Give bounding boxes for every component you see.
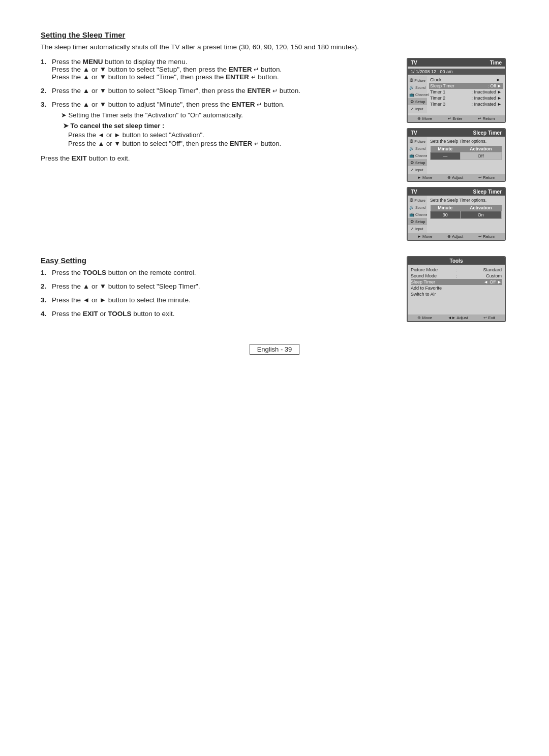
step2-line: Press the ▲ or ▼ button to select "Sleep… — [52, 87, 300, 94]
screen1-time: TV Time 1/ 1/2008 12 : 00 am 🖼 Picture 🔊… — [407, 58, 506, 123]
step1-num: 1. — [41, 58, 49, 81]
section1-title: Setting the Sleep Timer — [41, 30, 508, 39]
picture-icon: 🖼 — [409, 78, 413, 83]
screen1-tv-label: TV — [411, 60, 417, 66]
easy-step4-num: 4. — [41, 310, 49, 318]
screen3-val2: On — [460, 211, 501, 219]
screen2-footer: ► Move ⊕ Adjust ↩ Return — [408, 174, 505, 181]
screen3-nav: 🖼 Picture 🔊 Sound 📺 Channel ⚙ Setup — [408, 196, 427, 233]
screen1-menu-title: Time — [490, 60, 502, 66]
screen1-date: 1/ 1/2008 12 : 00 am — [408, 69, 505, 75]
sleep-timer-row: Sleep Timer : Off ► — [429, 83, 503, 89]
easy-step2-num: 2. — [41, 282, 49, 290]
easy-step2-content: Press the ▲ or ▼ button to select "Sleep… — [52, 282, 391, 290]
s3-nav-sound: 🔊 Sound — [408, 204, 427, 211]
screen3-body: Sets the Seelp Timer options. Minute Act… — [427, 196, 505, 233]
screen2-sleep: TV Sleep Timer 🖼 Picture 🔊 Sound 📺 Chan — [407, 128, 506, 182]
timer2-label: Timer 2 — [430, 96, 463, 101]
easy-step3-num: 3. — [41, 296, 49, 304]
sound-icon: 🔊 — [409, 85, 414, 90]
screen1-sidebar: 🖼 Picture 🔊 Sound 📺 Channel ⚙ — [408, 76, 505, 113]
step3-content: Press the ▲ or ▼ button to adjust "Minut… — [52, 101, 391, 148]
exit-line: Press the EXIT button to exit. — [41, 154, 391, 162]
s3-picture-icon: 🖼 — [409, 198, 413, 203]
sleep-timer-tools-row: Sleep Timer ◄ Off ► — [411, 279, 502, 285]
nav-input: ↗ Input — [408, 105, 427, 112]
s2-footer-adjust: ⊕ Adjust — [447, 175, 463, 180]
s3-footer-return: ↩ Return — [478, 234, 495, 239]
s2-input-label: Input — [415, 168, 423, 172]
steps-text: 1. Press the MENU button to display the … — [41, 58, 391, 162]
s2-picture-icon: 🖼 — [409, 139, 413, 144]
tools-header: Tools — [408, 257, 505, 265]
screen2-val2: Off — [460, 152, 501, 160]
nav-input-label: Input — [415, 107, 423, 111]
input-icon: ↗ — [409, 106, 414, 111]
tools-footer-adjust: ◄► Adjust — [448, 316, 468, 320]
s2-nav-setup: ⚙ Setup — [408, 159, 427, 166]
easy-setting-area: Easy Setting 1. Press the TOOLS button o… — [41, 256, 508, 324]
screen3-header: TV Sleep Timer — [408, 188, 505, 196]
easy-step1-num: 1. — [41, 269, 49, 276]
screen3-footer: ► Move ⊕ Adjust ↩ Return — [408, 233, 505, 240]
timer3-label: Timer 3 — [430, 102, 463, 107]
picture-mode-label: Picture Mode — [411, 267, 454, 272]
cancel-line1: Press the ◄ or ► button to select "Activ… — [68, 131, 391, 139]
screen3-tv-label: TV — [411, 189, 417, 195]
screen2-sidebar: 🖼 Picture 🔊 Sound 📺 Channel ⚙ Setup — [408, 137, 505, 174]
s3-nav-setup: ⚙ Setup — [408, 218, 427, 225]
step-1: 1. Press the MENU button to display the … — [41, 58, 391, 81]
nav-channel: 📺 Channel — [408, 91, 427, 98]
timer3-value: : Inactivated — [463, 102, 497, 107]
timer1-arrow: ► — [497, 89, 502, 94]
picture-mode-value: Standard — [459, 267, 502, 272]
tools-screen: Tools Picture Mode : Standard Sound Mode… — [407, 256, 506, 322]
sound-mode-label: Sound Mode — [411, 273, 454, 278]
timer2-row: Timer 2 : Inactivated ► — [429, 95, 503, 101]
step3-line: Press the ▲ or ▼ button to adjust "Minut… — [52, 101, 391, 108]
nav-sound-label: Sound — [415, 86, 425, 89]
sound-mode-row: Sound Mode : Custom — [411, 273, 502, 279]
s2-nav-input: ↗ Input — [408, 166, 427, 173]
easy-step-1: 1. Press the TOOLS button on the remote … — [41, 269, 391, 276]
timer1-label: Timer 1 — [430, 89, 463, 94]
s1-footer-enter: ↵ Enter — [448, 116, 462, 121]
tv-screens-area: TV Time 1/ 1/2008 12 : 00 am 🖼 Picture 🔊… — [407, 58, 508, 241]
timer2-arrow: ► — [497, 96, 502, 101]
s3-nav-picture: 🖼 Picture — [408, 197, 427, 204]
page-footer: English - 39 — [41, 344, 508, 355]
setup-icon: ⚙ — [409, 99, 414, 104]
s2-setup-label: Setup — [415, 161, 425, 165]
easy-step3-content: Press the ◄ or ► button to select the mi… — [52, 296, 391, 304]
nav-sound: 🔊 Sound — [408, 84, 427, 91]
s2-sound-label: Sound — [415, 147, 425, 150]
clock-label: Clock — [430, 77, 466, 82]
screen3-sidebar: 🖼 Picture 🔊 Sound 📺 Channel ⚙ Setup — [408, 196, 505, 233]
tools-footer: ⊕ Move ◄► Adjust ↩ Exit — [408, 314, 505, 321]
s3-footer-move: ► Move — [417, 234, 433, 239]
screen2-nav: 🖼 Picture 🔊 Sound 📺 Channel ⚙ Setup — [408, 137, 427, 174]
tools-sleep-value: Off — [490, 279, 496, 285]
cancel-block: ➤ To cancel the set sleep timer : Press … — [63, 122, 391, 147]
screen2-val1: — — [431, 152, 461, 160]
screen1-footer: ⊕ Move ↵ Enter ↩ Return — [408, 115, 505, 122]
tools-body: Picture Mode : Standard Sound Mode : Cus… — [408, 265, 505, 314]
sleep-timer-value: : Off — [463, 83, 497, 88]
s2-nav-channel: 📺 Channel — [408, 152, 427, 159]
s3-sound-label: Sound — [415, 206, 425, 209]
s2-sound-icon: 🔊 — [409, 146, 414, 151]
screen3-col2: Activation — [460, 205, 501, 211]
timer3-arrow: ► — [497, 102, 502, 107]
nav-setup: ⚙ Setup — [408, 98, 427, 105]
tools-footer-exit: ↩ Exit — [483, 316, 495, 320]
s2-nav-sound: 🔊 Sound — [408, 145, 427, 152]
s3-footer-adjust: ⊕ Adjust — [447, 234, 463, 239]
nav-picture: 🖼 Picture — [408, 77, 427, 84]
screen2-menu-title: Sleep Timer — [473, 130, 502, 136]
screen2-table: Minute Activation — Off — [430, 146, 502, 160]
s3-channel-icon: 📺 — [409, 212, 414, 217]
s1-footer-move: ⊕ Move — [417, 116, 432, 121]
sound-mode-value: Custom — [459, 273, 502, 278]
s2-footer-return: ↩ Return — [478, 175, 495, 180]
tools-footer-move: ⊕ Move — [417, 316, 432, 320]
